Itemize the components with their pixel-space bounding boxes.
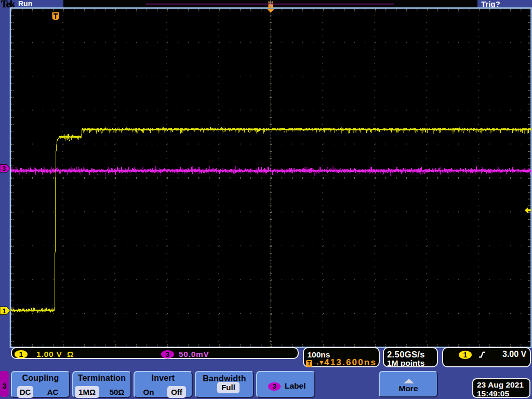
svg-text:Trig?: Trig? xyxy=(481,0,500,8)
svg-text:1: 1 xyxy=(3,307,7,315)
svg-text:3: 3 xyxy=(2,165,6,172)
svg-text:Run: Run xyxy=(18,0,32,8)
